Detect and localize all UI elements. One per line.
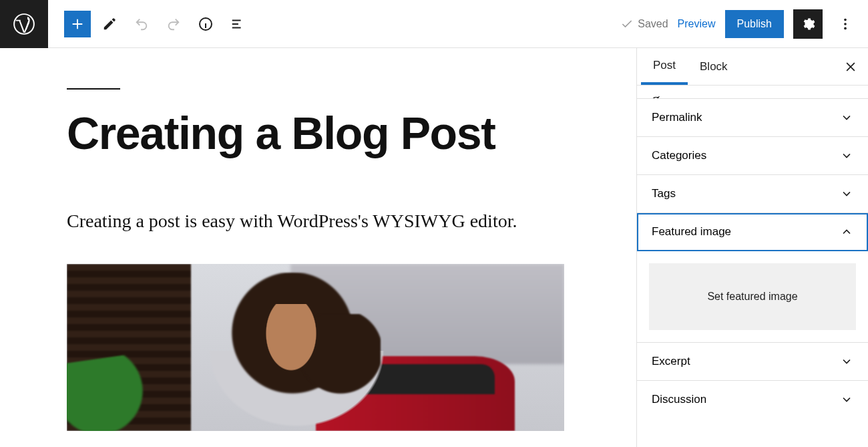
panel-categories-label: Categories (652, 149, 706, 162)
image-placeholder-face (261, 304, 321, 378)
chevron-down-icon (840, 187, 853, 200)
panel-featured-image-label: Featured image (652, 225, 731, 239)
close-sidebar-button[interactable] (837, 53, 864, 80)
kebab-icon (838, 17, 853, 31)
chevron-down-icon (840, 149, 853, 162)
toolbar-left (48, 11, 251, 37)
svg-point-2 (844, 18, 847, 21)
editor-layout: Creating a Blog Post Creating a post is … (0, 48, 868, 447)
scrolled-panel-edge: g (637, 86, 868, 99)
panel-permalink[interactable]: Permalink (637, 99, 868, 137)
saved-indicator: Saved (620, 17, 668, 31)
panel-categories[interactable]: Categories (637, 137, 868, 175)
image-placeholder-plant (67, 351, 166, 432)
settings-button[interactable] (793, 9, 823, 39)
featured-image-body: Set featured image (637, 251, 868, 343)
post-title[interactable]: Creating a Blog Post (67, 110, 636, 157)
set-featured-image-button[interactable]: Set featured image (649, 263, 856, 330)
wordpress-logo[interactable] (0, 0, 48, 48)
panel-excerpt[interactable]: Excerpt (637, 343, 868, 381)
chevron-down-icon (840, 355, 853, 368)
edit-mode-button[interactable] (96, 11, 123, 37)
tab-block[interactable]: Block (688, 48, 740, 85)
post-image-block[interactable] (67, 264, 564, 431)
toolbar-right: Saved Preview Publish (620, 9, 868, 39)
panel-featured-image[interactable]: Featured image (637, 213, 868, 251)
close-icon (844, 60, 857, 73)
undo-button[interactable] (128, 11, 155, 37)
check-icon (620, 17, 634, 31)
chevron-down-icon (840, 111, 853, 124)
redo-button[interactable] (160, 11, 187, 37)
editor-topbar: Saved Preview Publish (0, 0, 868, 48)
preview-button[interactable]: Preview (678, 18, 716, 30)
sidebar-tabs: Post Block (637, 48, 868, 86)
outline-button[interactable] (224, 11, 251, 37)
settings-sidebar: Post Block g Permalink Categories Tags (636, 48, 868, 447)
panel-discussion-label: Discussion (652, 393, 706, 406)
more-options-button[interactable] (832, 11, 859, 37)
chevron-up-icon (840, 225, 853, 239)
post-paragraph[interactable]: Creating a post is easy with WordPress's… (67, 210, 568, 232)
info-button[interactable] (192, 11, 219, 37)
svg-point-3 (844, 23, 847, 25)
add-block-button[interactable] (64, 11, 91, 37)
panel-tags-label: Tags (652, 187, 676, 200)
panel-permalink-label: Permalink (652, 111, 702, 124)
saved-text: Saved (638, 18, 668, 30)
chevron-down-icon (840, 393, 853, 406)
publish-button[interactable]: Publish (725, 10, 784, 38)
title-rule (67, 88, 120, 90)
gear-icon (801, 17, 815, 31)
tab-post[interactable]: Post (641, 48, 688, 85)
panel-tags[interactable]: Tags (637, 175, 868, 213)
svg-point-4 (844, 27, 847, 29)
editor-canvas[interactable]: Creating a Blog Post Creating a post is … (0, 48, 636, 447)
panel-discussion[interactable]: Discussion (637, 381, 868, 418)
panel-excerpt-label: Excerpt (652, 355, 690, 368)
